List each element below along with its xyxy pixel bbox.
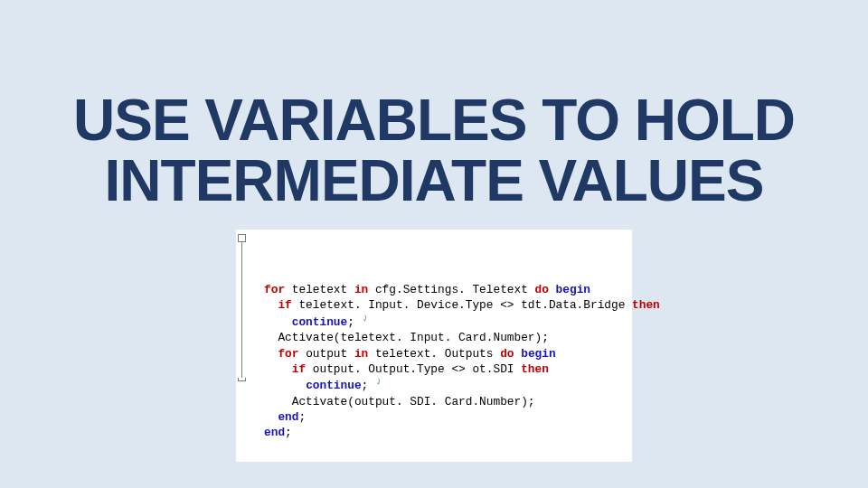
code-token: do	[500, 347, 514, 361]
code-line: if output. Output.Type <> ot.SDI then	[243, 361, 625, 377]
code-token: teletext. Outputs	[368, 347, 500, 361]
code-token: continue	[306, 379, 361, 392]
code-token: end	[278, 410, 298, 424]
code-token: ;	[362, 379, 375, 392]
code-snippet: for teletext in cfg.Settings. Teletext d…	[236, 230, 632, 461]
code-token: cfg.Settings. Teletext	[368, 283, 534, 296]
code-token: ;	[298, 410, 306, 424]
code-token: do	[535, 283, 549, 296]
code-token: if	[292, 362, 306, 376]
code-token: for	[264, 283, 285, 296]
code-token: then	[632, 298, 660, 312]
code-line: continue; ⤸	[243, 377, 625, 394]
code-line: end;	[243, 425, 625, 440]
code-line: for output in teletext. Outputs do begin	[243, 346, 625, 361]
code-lines: for teletext in cfg.Settings. Teletext d…	[243, 282, 625, 440]
code-token: in	[354, 347, 368, 361]
code-line: end;	[243, 409, 625, 425]
code-token: output	[298, 347, 354, 361]
code-token: then	[521, 362, 549, 376]
slide-title: USE VARIABLES TO HOLD INTERMEDIATE VALUE…	[73, 90, 795, 211]
code-token: ;	[285, 426, 292, 439]
code-token: output. Output.Type <> ot.SDI	[306, 362, 521, 376]
code-token	[549, 283, 556, 296]
code-token: begin	[556, 283, 590, 296]
code-token: Activate(output. SDI. Card.Number);	[292, 395, 535, 408]
code-token: Activate(teletext. Input. Card.Number);	[278, 331, 549, 344]
code-line: Activate(output. SDI. Card.Number);	[243, 394, 625, 409]
code-token: end	[264, 426, 285, 439]
code-line: for teletext in cfg.Settings. Teletext d…	[243, 282, 625, 297]
code-token: ⤸	[362, 314, 369, 324]
code-token: teletext	[285, 283, 354, 296]
code-token: continue	[292, 315, 347, 329]
code-token: teletext. Input. Device.Type <> tdt.Data…	[292, 298, 632, 312]
code-token: if	[278, 298, 291, 312]
code-line: Activate(teletext. Input. Card.Number);	[243, 330, 625, 345]
code-line: if teletext. Input. Device.Type <> tdt.D…	[243, 297, 625, 313]
code-token: for	[278, 347, 298, 361]
code-token: begin	[521, 347, 555, 361]
code-line: continue; ⤸	[243, 314, 625, 331]
code-token: in	[354, 283, 368, 296]
code-token: ;	[347, 315, 361, 329]
code-token: ⤸	[375, 378, 382, 387]
